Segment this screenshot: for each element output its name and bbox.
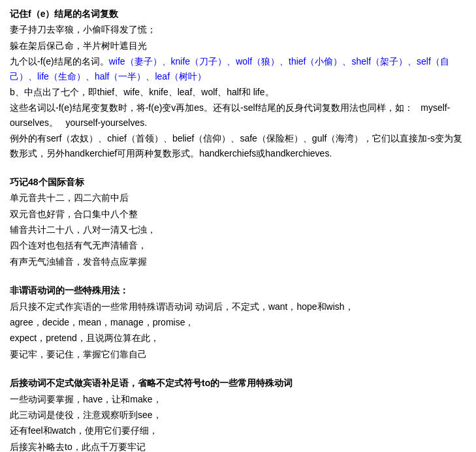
section-phonetics: 巧记48个国际音标 单元音共十二，四二六前中后 双元音也好背，合口集中八个整 辅…: [10, 175, 466, 269]
section4-line1: 一些动词要掌握，have，让和make，: [10, 392, 466, 406]
section1-line6: 例外的有serf（农奴）、chief（首领）、belief（信仰）、safe（保…: [10, 131, 466, 160]
section1-line3: 九个以-f(e)结尾的名词。wife（妻子）、knife（刀子）、wolf（狼）…: [10, 54, 466, 83]
section1-line5: 这些名词以-f(e)结尾变复数时，将-f(e)变v再加es。还有以-self结尾…: [10, 100, 466, 130]
section2-line1: 单元音共十二，四二六前中后: [10, 190, 466, 205]
section4-title: 后接动词不定式做宾语补足语，省略不定式符号to的一些常用特殊动词: [10, 376, 466, 390]
section4-line4: 后接宾补略去to，此点千万要牢记: [10, 440, 466, 452]
section1-line4: b、中点出了七个，即thief、wife、knife、leaf、wolf、hal…: [10, 85, 466, 99]
section2-line4: 四个连对也包括有气无声清辅音，: [10, 238, 466, 252]
section1-line2: 躲在架后保己命，半片树叶遮目光: [10, 38, 466, 53]
section3-title: 非谓语动词的一些特殊用法：: [10, 283, 466, 297]
section1-line1: 妻子持刀去宰狼，小偷吓得发了慌；: [10, 22, 466, 37]
section-omit-to: 后接动词不定式做宾语补足语，省略不定式符号to的一些常用特殊动词 一些动词要掌握…: [10, 376, 466, 452]
spacer3: [10, 369, 466, 376]
spacer1: [10, 168, 466, 175]
section3-line3: expect，pretend，且说两位算在此，: [10, 331, 466, 345]
main-content: 记住f（e）结尾的名词复数 妻子持刀去宰狼，小偷吓得发了慌； 躲在架后保己命，半…: [10, 7, 466, 452]
section3-line1: 后只接不定式作宾语的一些常用特殊谓语动词 动词后，不定式，want，hope和w…: [10, 299, 466, 314]
section3-line2: agree，decide，mean，manage，promise，: [10, 315, 466, 329]
section-f-ending-plurals: 记住f（e）结尾的名词复数 妻子持刀去宰狼，小偷吓得发了慌； 躲在架后保己命，半…: [10, 7, 466, 160]
section2-line2: 双元音也好背，合口集中八个整: [10, 207, 466, 221]
section4-line3: 还有feel和watch，使用它们要仔细，: [10, 423, 466, 438]
section4-line2: 此三动词是使役，注意观察听到see，: [10, 408, 466, 422]
section2-line3: 辅音共计二十八，八对一清又七浊，: [10, 222, 466, 237]
spacer2: [10, 277, 466, 283]
section1-title: 记住f（e）结尾的名词复数: [10, 7, 466, 21]
section3-line4: 要记牢，要记住，掌握它们靠自己: [10, 347, 466, 361]
section2-line5: 有声无气浊辅音，发音特点应掌握: [10, 254, 466, 269]
section2-title: 巧记48个国际音标: [10, 175, 466, 189]
section-infinitive-verbs: 非谓语动词的一些特殊用法： 后只接不定式作宾语的一些常用特殊谓语动词 动词后，不…: [10, 283, 466, 361]
